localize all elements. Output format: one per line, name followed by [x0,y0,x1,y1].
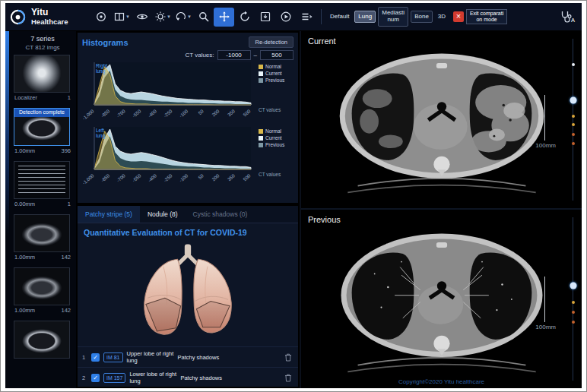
preset-3d[interactable]: 3D [435,11,449,23]
tab-cystic-shadows[interactable]: Cystic shadows (0) [186,206,255,223]
brand: Yitu Healthcare [9,8,90,26]
histograms-panel: Histograms Re-detection CT values: – Rig… [78,33,298,203]
viewport-column: Current [300,31,582,388]
row-checkbox[interactable]: ✓ [91,353,100,362]
series-item: 1.00mm 142 [14,267,71,314]
tab-nodule[interactable]: Nodule (8) [140,206,186,223]
delete-button[interactable] [284,374,294,382]
play-icon [280,11,292,23]
save-export-icon [259,11,271,23]
visibility-tool-button[interactable] [132,8,152,27]
range-separator: – [254,52,257,58]
ct-min-input[interactable] [217,50,251,60]
series-item-localizer: Localizer 1 [14,55,71,101]
lesion-location: Lower lobe of right lung [129,371,176,385]
finding-row[interactable]: 2 ✓ IM 157 Lower lobe of right lung Patc… [78,367,298,387]
row-index: 2 [82,375,87,381]
series-thumbnail[interactable] [14,55,70,93]
zoom-tool-button[interactable] [193,8,214,27]
legend-normal: Normal [265,128,281,134]
series-thumbnail[interactable] [14,267,70,305]
check-icon: ✓ [93,354,98,361]
series-item-selected: Detection complete 1.00mm 396 [14,108,71,154]
lesion-marker [572,133,575,136]
app-window: Yitu Healthcare ▾ ▾ ▾ [0,0,587,392]
lesion-marker [572,123,575,126]
preset-lung[interactable]: Lung [354,11,376,24]
series-label: Localizer [14,94,37,101]
ct-max-input[interactable] [260,50,294,60]
series-label: 1.00mm [14,254,35,261]
layout-tool-button[interactable]: ▾ [111,8,132,27]
preset-default[interactable]: Default [327,11,352,23]
viewport-current[interactable]: Current [301,31,582,210]
toolbar: Yitu Healthcare ▾ ▾ ▾ [5,3,582,31]
series-label: 0.00mm [14,201,35,207]
target-icon [95,11,107,23]
series-thumbnail[interactable]: Detection complete [14,108,70,146]
image-number-badge[interactable]: IM 81 [103,352,123,362]
svg-text:500: 500 [242,108,252,117]
svg-text:350: 350 [227,172,236,182]
refresh-tool-button[interactable] [234,8,255,27]
preset-bone[interactable]: Bone [411,11,433,24]
svg-text:-400: -400 [147,172,157,183]
svg-text:-1,000: -1,000 [81,172,95,185]
right-lung-chart-row: Right lung -1,000-850-700-550-400-250-10… [82,61,294,125]
series-sidebar: 7 series CT 812 imgs Localizer 1 Detecti… [5,31,76,388]
slice-slider[interactable] [570,39,576,201]
lesion-type: Patchy shadows [180,375,281,381]
series-image-count: 1 [68,94,71,101]
slice-slider[interactable] [570,217,576,381]
slider-handle[interactable] [570,283,576,289]
slider-handle[interactable] [570,96,576,103]
window-level-tool-button[interactable]: ▾ [152,8,173,27]
trash-icon [284,374,292,382]
chevron-down-icon: ▾ [167,14,170,20]
list-icon [300,11,313,23]
report-list-button[interactable] [296,8,316,27]
right-lung-label: Right lung [96,63,114,74]
preset-mediastinum[interactable]: Mediastinum [378,7,408,27]
exit-comparison-button[interactable]: × Exit comparation mode [453,9,507,25]
yitu-logo-icon [9,8,27,26]
lesion-marker [572,311,575,314]
svg-text:200: 200 [211,108,221,117]
flip-rotate-tool-button[interactable]: ▾ [173,8,193,27]
svg-text:-250: -250 [163,108,173,119]
sidebar-accent-bar [5,31,9,236]
left-lung-chart-row: Left lung -1,000-850-700-550-400-250-100… [82,125,294,189]
doctor-profile-button[interactable]: A [560,10,575,24]
lesion-type: Patchy shadows [178,354,281,361]
lesion-marker [572,321,575,324]
image-number-badge[interactable]: IM 157 [103,373,125,383]
series-thumbnail[interactable] [14,214,70,252]
previous-swatch-icon [259,78,263,83]
series-count: 7 series [14,35,71,43]
cine-play-button[interactable] [275,8,296,27]
finding-row[interactable]: 1 ✓ IM 81 Upper lobe of right lung Patch… [78,346,298,367]
svg-text:350: 350 [227,108,236,117]
series-image-count: 396 [61,147,71,154]
viewport-previous[interactable]: Previous [301,210,582,388]
series-thumbnail[interactable] [14,161,70,199]
pan-tool-button[interactable] [214,8,234,27]
row-checkbox[interactable]: ✓ [91,374,100,382]
slice-marker [572,63,575,66]
findings-tabs: Patchy stripe (5) Nodule (8) Cystic shad… [78,206,298,223]
ruler-line [544,277,545,322]
lesion-marker [572,115,575,118]
delete-button[interactable] [284,353,294,362]
localizer-tool-button[interactable] [90,8,111,27]
series-image-count: 142 [61,254,71,261]
brand-line1: Yitu [31,8,68,17]
svg-text:-400: -400 [147,108,157,119]
series-thumbnail[interactable] [14,321,70,359]
export-tool-button[interactable] [255,8,275,27]
current-swatch-icon [259,71,263,76]
redetection-button[interactable]: Re-detection [249,36,294,48]
tab-patchy-stripe[interactable]: Patchy stripe (5) [78,206,140,223]
lesion-marker [572,301,575,304]
scale-ruler: 100mm [535,95,556,149]
chevron-down-icon: ▾ [188,14,191,20]
